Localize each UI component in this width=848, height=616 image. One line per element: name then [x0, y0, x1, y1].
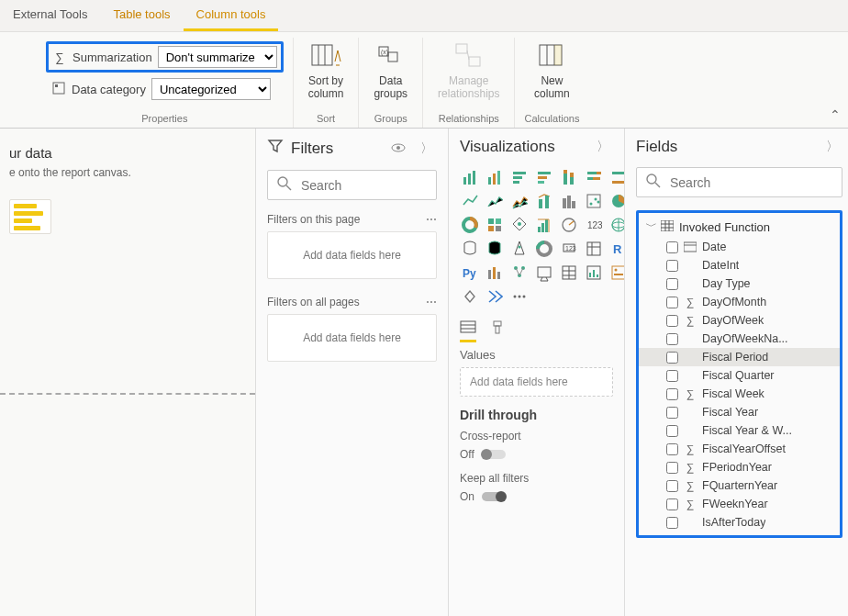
- field-checkbox[interactable]: [666, 260, 678, 272]
- field-row[interactable]: Fiscal Quarter: [639, 366, 840, 385]
- svg-rect-38: [587, 177, 593, 180]
- viz-type-icon[interactable]: [509, 239, 530, 259]
- viz-type-icon[interactable]: [509, 215, 530, 235]
- field-checkbox[interactable]: [666, 333, 678, 345]
- viz-type-icon[interactable]: [559, 263, 579, 283]
- new-column-button[interactable]: New column: [529, 38, 575, 105]
- field-row[interactable]: Date: [639, 238, 840, 256]
- svg-rect-91: [593, 270, 595, 277]
- svg-rect-54: [496, 218, 501, 224]
- viz-type-icon[interactable]: [460, 167, 480, 187]
- viz-type-icon[interactable]: [584, 191, 604, 211]
- keep-all-filters-toggle[interactable]: On: [460, 490, 613, 503]
- viz-type-icon[interactable]: [534, 215, 554, 235]
- ribbon-collapse-button[interactable]: ⌃: [830, 107, 841, 122]
- field-checkbox[interactable]: [666, 388, 678, 400]
- filters-page-more[interactable]: ⋯: [426, 213, 437, 226]
- drill-through-title: Drill through: [460, 408, 613, 422]
- field-row[interactable]: ∑Fiscal Week: [639, 385, 840, 403]
- cross-report-toggle[interactable]: Off: [460, 448, 613, 461]
- viz-type-icon[interactable]: [559, 167, 579, 187]
- tab-column-tools[interactable]: Column tools: [184, 0, 279, 31]
- field-row[interactable]: ∑DayOfMonth: [639, 293, 840, 311]
- viz-type-icon[interactable]: [485, 263, 505, 283]
- field-row[interactable]: IsAfterToday: [639, 513, 840, 532]
- viz-type-icon[interactable]: [485, 191, 505, 211]
- field-row[interactable]: DayOfWeekNa...: [639, 330, 840, 348]
- viz-type-icon[interactable]: [534, 167, 554, 187]
- field-row[interactable]: Fiscal Year & W...: [639, 421, 840, 440]
- viz-type-icon[interactable]: [460, 191, 480, 211]
- viz-type-icon[interactable]: 123: [584, 215, 604, 235]
- field-checkbox[interactable]: [666, 297, 678, 308]
- viz-type-icon[interactable]: [584, 167, 604, 187]
- viz-type-icon[interactable]: [509, 263, 530, 283]
- viz-type-icon[interactable]: [509, 167, 530, 187]
- field-row[interactable]: ∑FiscalYearOffset: [639, 440, 840, 458]
- viz-type-icon[interactable]: [509, 286, 530, 307]
- svg-rect-53: [488, 218, 494, 224]
- viz-type-icon[interactable]: [485, 215, 505, 235]
- viz-type-icon[interactable]: [460, 286, 480, 307]
- viz-type-icon[interactable]: [559, 191, 579, 211]
- manage-relationships-button[interactable]: Manage relationships: [432, 38, 505, 105]
- data-category-dropdown[interactable]: Uncategorized: [151, 78, 271, 100]
- field-row[interactable]: ∑DayOfWeek: [639, 311, 840, 330]
- viz-type-icon[interactable]: [584, 263, 604, 283]
- sort-by-column-button[interactable]: Sort by column: [303, 38, 350, 105]
- field-checkbox[interactable]: [666, 278, 678, 290]
- field-checkbox[interactable]: [666, 517, 678, 529]
- report-canvas[interactable]: ur data e onto the report canvas.: [0, 129, 255, 616]
- filters-allpages-more[interactable]: ⋯: [426, 296, 437, 308]
- field-row[interactable]: Day Type: [639, 274, 840, 293]
- tab-external-tools[interactable]: External Tools: [0, 0, 100, 31]
- viz-type-icon[interactable]: [534, 263, 554, 283]
- svg-line-11: [467, 50, 469, 60]
- field-checkbox[interactable]: [666, 370, 678, 382]
- format-well-tab[interactable]: [489, 319, 506, 342]
- viz-type-icon[interactable]: [460, 215, 480, 235]
- field-row[interactable]: ∑FWeeknYear: [639, 495, 840, 513]
- viz-type-icon[interactable]: [485, 239, 505, 259]
- filters-view-toggle[interactable]: [387, 141, 409, 156]
- fields-search-input[interactable]: [668, 174, 832, 191]
- svg-rect-103: [496, 326, 499, 333]
- field-row[interactable]: DateInt: [639, 256, 840, 274]
- viz-type-icon[interactable]: [460, 239, 480, 259]
- fields-expand-button[interactable]: 〉: [822, 139, 842, 155]
- viz-type-icon[interactable]: [534, 191, 554, 211]
- field-row[interactable]: Fiscal Period: [639, 348, 840, 366]
- data-groups-button[interactable]: (x) Data groups: [368, 38, 413, 105]
- fields-table-row[interactable]: 〉 Invoked Function: [639, 217, 840, 238]
- filters-page-dropzone[interactable]: Add data fields here: [267, 231, 437, 279]
- field-checkbox[interactable]: [666, 315, 678, 327]
- field-checkbox[interactable]: [666, 443, 678, 455]
- viz-type-icon[interactable]: [509, 191, 530, 211]
- field-checkbox[interactable]: [666, 407, 678, 419]
- field-checkbox[interactable]: [666, 241, 678, 253]
- viz-type-icon[interactable]: 123: [559, 239, 579, 259]
- field-checkbox[interactable]: [666, 425, 678, 437]
- field-row[interactable]: ∑FQuarternYear: [639, 476, 840, 495]
- viz-type-icon[interactable]: [559, 215, 579, 235]
- field-checkbox[interactable]: [666, 480, 678, 492]
- summarization-dropdown[interactable]: Don't summarize: [158, 46, 277, 68]
- values-dropzone[interactable]: Add data fields here: [460, 367, 613, 397]
- field-checkbox[interactable]: [666, 352, 678, 364]
- filters-expand-button[interactable]: 〉: [417, 140, 437, 157]
- svg-rect-111: [684, 242, 697, 252]
- fields-well-tab[interactable]: [460, 319, 476, 342]
- viz-type-icon[interactable]: [584, 239, 604, 259]
- field-checkbox[interactable]: [666, 462, 678, 474]
- viz-type-icon[interactable]: [485, 167, 505, 187]
- field-row[interactable]: Fiscal Year: [639, 403, 840, 421]
- field-row[interactable]: ∑FPeriodnYear: [639, 458, 840, 476]
- filters-allpages-dropzone[interactable]: Add data fields here: [267, 314, 437, 362]
- viz-type-icon[interactable]: [485, 286, 505, 307]
- viz-type-icon[interactable]: [534, 239, 554, 259]
- tab-table-tools[interactable]: Table tools: [100, 0, 183, 31]
- filters-search-input[interactable]: [299, 177, 463, 194]
- viz-type-icon[interactable]: Py: [460, 263, 480, 283]
- field-checkbox[interactable]: [666, 498, 678, 510]
- viz-expand-button[interactable]: 〉: [593, 139, 613, 155]
